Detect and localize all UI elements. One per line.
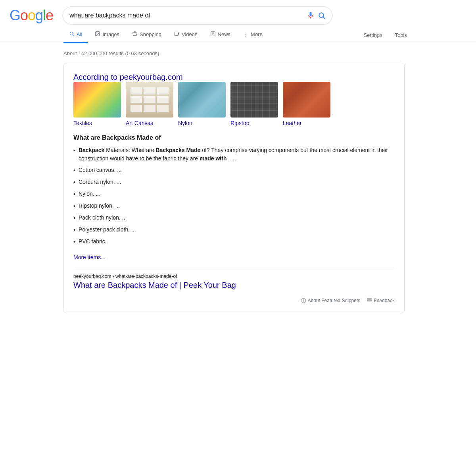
intro-bold2: Backpacks Made	[155, 147, 200, 153]
svg-marker-7	[178, 33, 179, 35]
svg-line-1	[323, 17, 325, 19]
bullet-icon: •	[73, 190, 75, 199]
svg-point-5	[97, 33, 98, 33]
list-item-3: • Nylon. ...	[73, 190, 395, 199]
svg-line-3	[73, 35, 74, 36]
logo-o1: o	[20, 7, 28, 23]
tab-more[interactable]: ⋮ More	[238, 27, 268, 43]
snippet-list: • Backpack Materials: What are Backpacks…	[73, 146, 395, 246]
bullet-icon: •	[73, 202, 75, 210]
list-item-1: • Cotton canvas. ...	[73, 166, 395, 175]
search-icons	[307, 12, 326, 19]
more-dots-icon: ⋮	[243, 31, 249, 38]
about-featured-snippets-link[interactable]: About Featured Snippets	[301, 298, 361, 303]
material-leather[interactable]: Leather	[283, 82, 330, 126]
intro-bold1: Backpack	[79, 147, 104, 153]
list-item-7: • PVC fabric.	[73, 237, 395, 246]
search-bar[interactable]: what are backpacks made of	[63, 6, 332, 25]
list-item-4-text: Ripstop nylon. ...	[79, 202, 120, 210]
search-input[interactable]: what are backpacks made of	[69, 12, 303, 19]
textiles-image	[73, 82, 121, 118]
bullet-icon: •	[73, 214, 75, 222]
svg-point-14	[303, 299, 303, 300]
shopping-icon	[132, 31, 138, 38]
bullet-icon: •	[73, 226, 75, 234]
bullet-icon: •	[73, 178, 75, 187]
feedback-label: Feedback	[374, 298, 395, 303]
featured-snippet-card: According to peekyourbag.com Textiles Ar…	[63, 63, 405, 313]
svg-rect-6	[175, 32, 178, 35]
ripstop-label[interactable]: Ripstop	[230, 120, 249, 126]
bullet-icon: •	[73, 238, 75, 246]
tab-all[interactable]: All	[63, 27, 88, 43]
tab-news[interactable]: News	[205, 27, 236, 43]
material-ripstop[interactable]: Ripstop	[230, 82, 278, 126]
news-icon	[210, 31, 216, 38]
intro-text1: Materials: What are	[106, 147, 155, 153]
tab-images[interactable]: Images	[89, 27, 125, 43]
images-icon	[95, 31, 100, 38]
results-area: About 142,000,000 results (0.63 seconds)…	[0, 43, 476, 316]
settings-link[interactable]: Settings	[358, 28, 388, 42]
result-main-link[interactable]: What are Backpacks Made of | Peek Your B…	[73, 281, 236, 289]
materials-row: Textiles Art Canvas Nylon Ripstop	[73, 82, 395, 126]
snippet-intro-text: Backpack Materials: What are Backpacks M…	[79, 146, 395, 163]
card-footer: About Featured Snippets Feedback	[73, 295, 395, 303]
google-logo[interactable]: Google	[10, 7, 53, 24]
tab-videos-label: Videos	[182, 31, 198, 37]
snippet-intro-item: • Backpack Materials: What are Backpacks…	[73, 146, 395, 163]
nav-tabs: All Images Shopping Videos News ⋮ More S…	[0, 27, 476, 43]
tab-all-label: All	[77, 31, 82, 37]
svg-rect-15	[367, 299, 372, 299]
tab-videos[interactable]: Videos	[169, 27, 203, 43]
textiles-label[interactable]: Textiles	[73, 120, 92, 126]
list-item-7-text: PVC fabric.	[79, 237, 107, 246]
snippet-attribution-link[interactable]: According to peekyourbag.com	[73, 73, 183, 81]
microphone-icon[interactable]	[307, 12, 315, 19]
material-nylon[interactable]: Nylon	[178, 82, 226, 126]
ripstop-image	[230, 82, 278, 118]
logo-g2: g	[35, 7, 43, 23]
list-item-3-text: Nylon. ...	[79, 190, 100, 198]
search-button-icon[interactable]	[318, 12, 326, 19]
nylon-image	[178, 82, 226, 118]
tab-more-label: More	[251, 31, 263, 37]
snippet-heading: What are Backpacks Made of	[73, 134, 395, 141]
leather-image	[283, 82, 330, 118]
list-item-1-text: Cotton canvas. ...	[79, 166, 122, 174]
feedback-link[interactable]: Feedback	[367, 298, 395, 303]
artcanvas-inner	[131, 87, 169, 112]
leather-label[interactable]: Leather	[283, 120, 301, 126]
tools-link[interactable]: Tools	[390, 28, 413, 42]
artcanvas-label[interactable]: Art Canvas	[126, 120, 153, 126]
nylon-label[interactable]: Nylon	[178, 120, 192, 126]
bullet-icon: •	[73, 146, 75, 155]
material-textiles[interactable]: Textiles	[73, 82, 121, 126]
list-item-2: • Cordura nylon. ...	[73, 178, 395, 187]
intro-bold3: made with	[200, 155, 226, 162]
tab-news-label: News	[218, 31, 231, 37]
header: Google what are backpacks made of	[0, 0, 476, 25]
list-item-5: • Pack cloth nylon. ...	[73, 214, 395, 222]
list-item-6-text: Polyester pack cloth. ...	[79, 226, 136, 234]
all-icon	[69, 31, 75, 38]
list-item-5-text: Pack cloth nylon. ...	[79, 214, 127, 222]
results-stats: About 142,000,000 results (0.63 seconds)	[63, 46, 413, 63]
logo-e: e	[46, 7, 53, 23]
nav-right: Settings Tools	[358, 28, 413, 42]
logo-o2: o	[28, 7, 35, 23]
intro-text3: . ...	[228, 155, 236, 162]
result-link-section: peekyourbag.com › what-are-backpacks-mad…	[73, 267, 395, 290]
about-snippets-label: About Featured Snippets	[308, 298, 361, 303]
list-item-6: • Polyester pack cloth. ...	[73, 226, 395, 234]
more-items-link[interactable]: More items...	[73, 254, 106, 260]
material-artcanvas[interactable]: Art Canvas	[126, 82, 173, 126]
artcanvas-image	[126, 82, 173, 118]
tab-shopping-label: Shopping	[140, 31, 161, 37]
videos-icon	[174, 31, 180, 38]
result-url: peekyourbag.com › what-are-backpacks-mad…	[73, 274, 395, 279]
tab-shopping[interactable]: Shopping	[127, 27, 167, 43]
tab-images-label: Images	[102, 31, 119, 37]
list-item-2-text: Cordura nylon. ...	[79, 178, 121, 186]
list-item-4: • Ripstop nylon. ...	[73, 202, 395, 210]
